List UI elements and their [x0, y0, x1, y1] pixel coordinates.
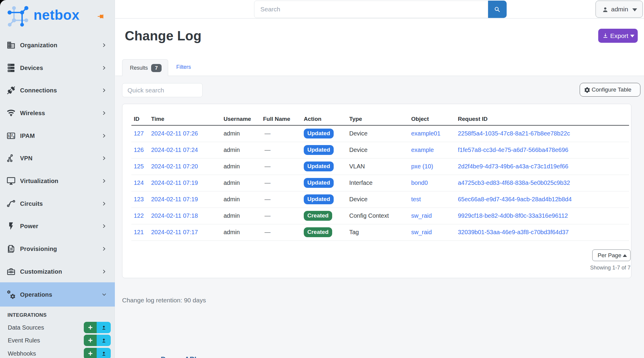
svg-text:3: 3	[13, 135, 14, 138]
svg-text:1: 1	[8, 134, 10, 138]
